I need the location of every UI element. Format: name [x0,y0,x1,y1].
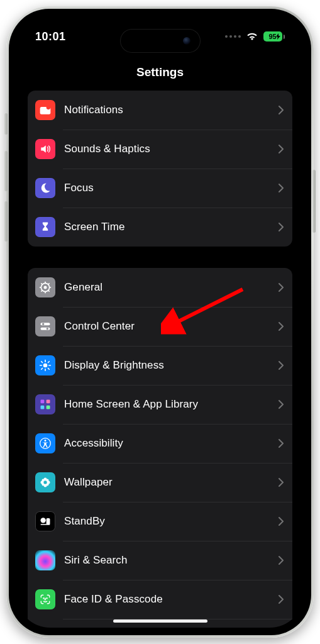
flower-icon [35,472,55,492]
status-time: 10:01 [35,30,66,43]
svg-rect-12 [41,323,50,325]
row-label: General [64,281,279,294]
svg-point-1 [47,106,51,110]
row-label: Wallpaper [64,476,279,489]
row-label: Sounds & Haptics [64,143,279,155]
svg-line-8 [41,283,42,284]
chevron-right-icon [279,223,284,231]
page-title: Settings [16,65,304,79]
battery-indicator: 95 [263,31,285,42]
chevron-right-icon [279,322,284,331]
row-general[interactable]: General [28,268,292,307]
svg-rect-25 [41,400,45,404]
volume-down-button [4,201,8,242]
row-notifications[interactable]: Notifications [28,91,292,130]
speaker-icon [35,139,55,159]
row-label: Siri & Search [64,554,279,567]
row-label: Notifications [64,104,279,116]
row-control-center[interactable]: Control Center [28,307,292,346]
svg-line-10 [48,283,50,284]
moon-icon [35,178,55,198]
row-home-screen[interactable]: Home Screen & App Library [28,385,292,424]
svg-point-35 [42,479,45,482]
siri-icon [35,550,55,570]
row-label: Focus [64,182,279,194]
svg-point-30 [45,440,47,441]
svg-point-3 [44,286,47,289]
chevron-right-icon [279,478,284,487]
row-focus[interactable]: Focus [28,169,292,208]
svg-rect-26 [47,400,50,404]
row-siri-search[interactable]: Siri & Search [28,541,292,580]
side-button [312,170,316,233]
row-screen-time[interactable]: Screen Time [28,208,292,247]
chevron-right-icon [279,361,284,370]
chevron-right-icon [279,439,284,448]
chevron-right-icon [279,283,284,292]
svg-rect-13 [41,328,50,330]
svg-line-11 [41,291,42,292]
svg-line-23 [48,362,50,363]
face-icon [35,589,55,609]
phone-frame: 10:01 95 [6,6,314,638]
svg-line-22 [48,369,50,370]
dynamic-island [120,29,201,53]
gear-icon [35,277,55,297]
svg-point-36 [46,479,48,482]
svg-point-37 [42,483,45,486]
standby-icon [35,511,55,531]
row-accessibility[interactable]: Accessibility [28,424,292,463]
svg-point-16 [43,364,48,368]
chevron-right-icon [279,184,284,192]
svg-point-44 [47,598,47,599]
svg-point-39 [44,481,47,484]
screen: 10:01 95 [16,16,304,628]
row-label: Display & Brightness [64,359,279,372]
ring-switch [4,113,8,135]
row-display-brightness[interactable]: Display & Brightness [28,346,292,385]
status-dots [225,35,241,38]
svg-point-15 [47,328,48,330]
grid-icon [35,394,55,414]
row-label: Face ID & Passcode [64,593,279,606]
svg-point-38 [46,483,48,486]
chevron-right-icon [279,400,284,409]
chevron-right-icon [279,106,284,114]
row-sounds-haptics[interactable]: Sounds & Haptics [28,130,292,169]
svg-rect-28 [47,406,50,409]
chevron-right-icon [279,595,284,604]
settings-list[interactable]: Notifications Sounds & Haptics [16,91,304,628]
row-label: Home Screen & App Library [64,398,279,411]
home-indicator[interactable] [113,619,207,623]
wifi-icon [246,32,258,41]
bell-icon [35,100,55,120]
toggles-icon [35,316,55,336]
row-label: Screen Time [64,221,279,233]
svg-line-24 [41,369,43,370]
app-header: Settings [16,65,304,79]
svg-line-21 [41,362,43,363]
row-faceid-passcode[interactable]: Face ID & Passcode [28,580,292,619]
settings-group-general: General Control Center [28,268,292,628]
svg-point-43 [43,598,44,599]
svg-rect-41 [47,518,50,525]
svg-point-14 [42,323,44,325]
chevron-right-icon [279,145,284,153]
svg-rect-42 [41,524,50,525]
settings-group-attention: Notifications Sounds & Haptics [28,91,292,247]
svg-line-9 [48,291,50,292]
volume-up-button [4,151,8,191]
svg-rect-27 [41,406,45,409]
sun-icon [35,355,55,375]
svg-point-40 [41,518,46,523]
row-label: StandBy [64,515,279,528]
row-label: Accessibility [64,437,279,450]
row-wallpaper[interactable]: Wallpaper [28,463,292,502]
chevron-right-icon [279,556,284,565]
row-standby[interactable]: StandBy [28,502,292,541]
chevron-right-icon [279,517,284,526]
row-label: Control Center [64,320,279,333]
accessibility-icon [35,433,55,453]
hourglass-icon [35,217,55,237]
